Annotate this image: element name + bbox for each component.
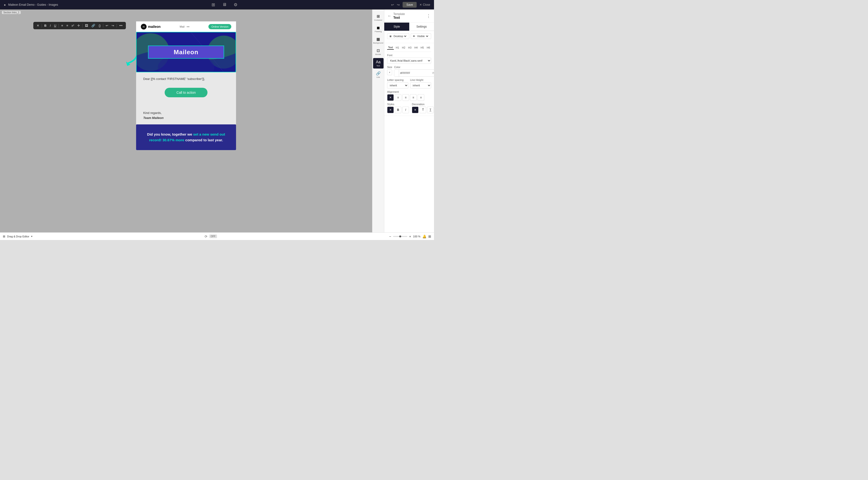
zoom-out-btn[interactable]: − <box>389 234 391 238</box>
topbar-left: ● Maileon Email Demo - Guides - Images <box>4 3 58 7</box>
tool-link[interactable]: 🔗 Link <box>373 69 383 80</box>
font-row: Font Kanit,'Arial Black',sans-serif <box>387 54 431 64</box>
tab-settings[interactable]: Settings <box>409 23 434 31</box>
chevron-down-icon[interactable]: ▾ <box>31 235 32 237</box>
right-panel: ← Template Text ⋮ Style Settings 🖥 Deskt… <box>384 9 434 232</box>
align-left-btn[interactable]: ≡ <box>395 94 401 101</box>
tb-expand-btn[interactable]: ✛ <box>76 23 81 28</box>
footer-text-part1: Did you know, together we <box>147 132 193 136</box>
align-right-btn[interactable]: ≡ <box>410 94 416 101</box>
notification-icon[interactable]: 🔔 <box>422 234 426 238</box>
text-type-h5[interactable]: H5 <box>420 46 425 50</box>
floating-toolbar: ✕ B I U ≡ ≡ x² ✛ 🖼 🔗 {} ↩ ↪ ••• <box>33 22 126 29</box>
padding-icon: ◼ <box>377 26 380 30</box>
deco-overline-btn[interactable]: T̄ <box>420 106 426 113</box>
align-justify-btn[interactable]: ≡ <box>417 94 424 101</box>
alignment-btns: ✕ ≡ ≡ ≡ ≡ <box>387 94 431 101</box>
logo-bar: m maileon Mail ••• Online Version <box>136 22 236 32</box>
desktop-icon[interactable]: 🖥 <box>222 2 226 7</box>
border-icon: ⊡ <box>377 48 380 53</box>
tab-style[interactable]: Style <box>384 23 409 31</box>
tb-more-btn[interactable]: ••• <box>118 23 123 28</box>
color-swatch[interactable] <box>394 70 399 76</box>
zoom-in-btn[interactable]: + <box>409 234 411 238</box>
grid-icon[interactable]: ⊞ <box>212 2 215 7</box>
deco-none-btn[interactable]: ✕ <box>412 106 418 113</box>
tb-image-btn[interactable]: 🖼 <box>84 23 89 28</box>
save-button[interactable]: Save <box>403 2 416 8</box>
color-label: Color <box>394 66 434 68</box>
style-bold-btn[interactable]: B <box>395 106 401 113</box>
text-type-h2[interactable]: H2 <box>401 46 406 50</box>
color-input-row: ⟳ <box>394 69 434 76</box>
tb-ordered-list-btn[interactable]: ≡ <box>65 23 69 28</box>
tool-border[interactable]: ⊡ Border <box>373 46 383 57</box>
text-type-h6[interactable]: H6 <box>426 46 431 50</box>
cta-button[interactable]: Call to action <box>165 88 208 97</box>
close-button[interactable]: ✕ Close <box>420 3 430 6</box>
panel-back-btn[interactable]: ← <box>388 14 392 18</box>
tb-bold-btn[interactable]: B <box>43 23 48 28</box>
letter-spacing-label: Letter spacing <box>387 78 408 82</box>
tool-container[interactable]: ⊞ Container <box>373 12 383 23</box>
tb-redo-btn[interactable]: ↪ <box>111 23 115 28</box>
online-version-btn[interactable]: Online Version <box>209 24 231 29</box>
letter-spacing-select[interactable]: inherit <box>387 82 408 89</box>
text-type-h4[interactable]: H4 <box>413 46 418 50</box>
tool-background[interactable]: ▦ Background <box>373 35 383 46</box>
size-col: Size <box>387 66 392 75</box>
style-none-btn[interactable]: ✕ <box>387 106 394 113</box>
header-text-box[interactable]: Maileon <box>148 46 224 59</box>
device-visibility-row: 🖥 Desktop 👁 Visible <box>387 33 431 39</box>
email-wrapper: m maileon Mail ••• Online Version <box>136 22 236 150</box>
panel-header: ← Template Text ⋮ <box>384 9 434 23</box>
tb-superscript-btn[interactable]: x² <box>71 23 75 28</box>
header-nav-placeholder: Mail ••• <box>180 25 189 28</box>
topbar-center: ⊞ 🖥 ⚙ <box>212 2 238 7</box>
visible-icon: 👁 <box>413 35 415 38</box>
tool-text[interactable]: Aa Text <box>373 58 383 68</box>
settings-icon[interactable]: ⚙ <box>234 2 238 7</box>
text-type-h3[interactable]: H3 <box>407 46 412 50</box>
size-input[interactable] <box>387 69 392 75</box>
panel-more-btn[interactable]: ⋮ <box>426 13 431 19</box>
device-visibility-section: 🖥 Desktop 👁 Visible <box>384 31 434 43</box>
decoration-btns: ✕ T̄ T T̶ <box>412 106 434 113</box>
text-type-text[interactable]: Text <box>387 45 394 50</box>
text-type-section: Text H1 H2 H3 H4 H5 H6 Font Kanit,'Arial… <box>384 43 434 116</box>
tool-padding[interactable]: ◼ Padding <box>373 24 383 34</box>
tb-code-btn[interactable]: {} <box>98 23 102 28</box>
align-center-btn[interactable]: ≡ <box>402 94 409 101</box>
tb-italic-btn[interactable]: I <box>49 23 52 28</box>
color-sync-btn[interactable]: ⟳ <box>431 71 434 75</box>
sidebar-tools: ⊞ Container ◼ Padding ▦ Background ⊡ Bor… <box>372 9 384 232</box>
line-height-select[interactable]: inherit <box>410 82 431 89</box>
align-none-btn[interactable]: ✕ <box>387 94 394 101</box>
font-select[interactable]: Kanit,'Arial Black',sans-serif <box>387 58 431 64</box>
color-hex-input[interactable] <box>399 71 431 76</box>
logo-wordmark: maileon <box>148 25 161 29</box>
tb-underline-btn[interactable]: U <box>53 23 57 28</box>
tb-link-btn[interactable]: 🔗 <box>90 23 96 28</box>
deco-underline-btn[interactable]: T <box>427 106 434 113</box>
tb-undo-btn[interactable]: ↩ <box>105 23 109 28</box>
size-label: Size <box>387 66 392 68</box>
device-select[interactable]: Desktop <box>393 34 407 38</box>
bottom-left: ⊞ Drag & Drop Editor ▾ <box>3 235 32 238</box>
undo-icon[interactable]: ↩ <box>391 3 394 7</box>
main-layout: Section Intro_1 ✕ B I U ≡ ≡ x² ✛ 🖼 🔗 {} … <box>0 9 434 232</box>
text-type-h1[interactable]: H1 <box>395 46 400 50</box>
color-col: Color ⟳ <box>394 66 434 76</box>
apps-icon[interactable]: ⊞ <box>428 234 431 238</box>
alignment-label: Alignment <box>387 90 431 93</box>
style-italic-btn[interactable]: I <box>402 106 409 113</box>
line-height-label: Line Height <box>410 78 431 82</box>
off-badge: OFF <box>209 234 217 238</box>
tb-list-btn[interactable]: ≡ <box>60 23 64 28</box>
editor-mode-icon: ⊞ <box>3 235 5 238</box>
email-header[interactable]: Maileon <box>136 32 236 72</box>
footer-text: Did you know, together we set a new send… <box>141 131 231 143</box>
redo-icon[interactable]: ↪ <box>397 3 400 7</box>
tb-close-btn[interactable]: ✕ <box>36 23 40 28</box>
visible-select[interactable]: Visible <box>416 34 429 38</box>
